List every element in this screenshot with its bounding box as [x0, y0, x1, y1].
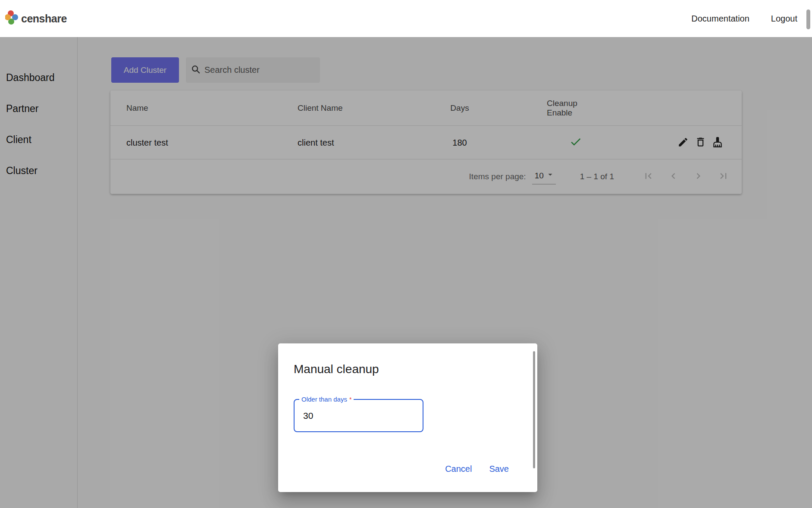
- page-scrollbar[interactable]: [806, 9, 810, 29]
- nav-logout[interactable]: Logout: [771, 14, 797, 24]
- brand-name: censhare: [21, 12, 67, 25]
- top-nav: Documentation Logout: [691, 14, 797, 24]
- dialog-actions: Cancel Save: [442, 461, 511, 477]
- dialog-title: Manual cleanup: [294, 362, 379, 376]
- nav-documentation[interactable]: Documentation: [691, 14, 749, 24]
- manual-cleanup-dialog: Manual cleanup Older than days * Cancel …: [278, 343, 537, 492]
- save-button[interactable]: Save: [486, 461, 511, 477]
- required-asterisk: *: [349, 396, 351, 403]
- censhare-logo-icon: [5, 9, 20, 28]
- dialog-scrollbar[interactable]: [533, 351, 535, 468]
- cancel-button[interactable]: Cancel: [442, 461, 474, 477]
- older-than-days-input[interactable]: [295, 400, 423, 431]
- older-than-days-label: Older than days *: [299, 396, 354, 403]
- older-than-days-field: Older than days *: [294, 399, 423, 432]
- field-label-text: Older than days: [301, 396, 347, 403]
- top-bar: censhare Documentation Logout: [0, 0, 812, 37]
- censhare-logo[interactable]: censhare: [5, 9, 67, 28]
- app-root: censhare Documentation Logout Dashboard …: [0, 0, 812, 508]
